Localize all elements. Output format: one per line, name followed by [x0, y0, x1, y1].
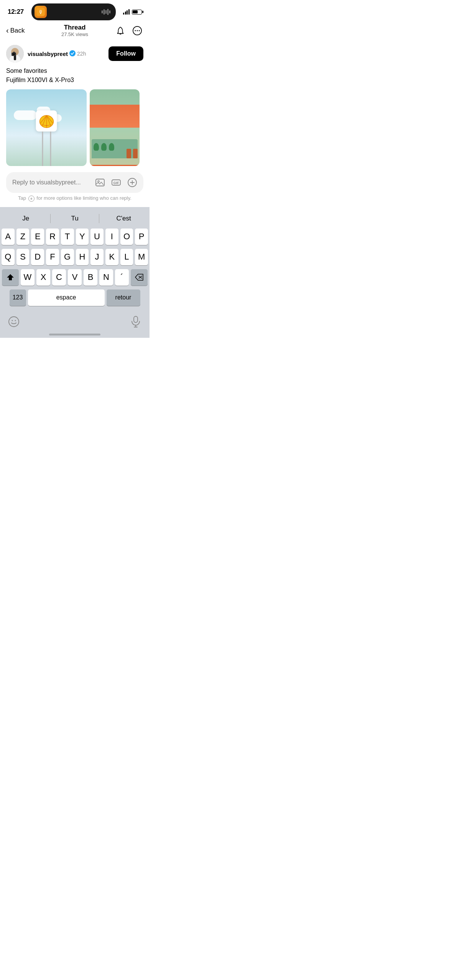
post-user: visualsbypreet 22h	[6, 45, 86, 62]
keyboard-bottom	[0, 311, 150, 331]
image-card-2[interactable]	[90, 89, 140, 166]
key-B[interactable]: B	[84, 269, 97, 286]
nav-right	[113, 25, 143, 37]
key-H[interactable]: H	[76, 249, 89, 265]
key-D[interactable]: D	[31, 249, 44, 265]
key-R[interactable]: R	[46, 229, 59, 245]
verified-badge	[69, 50, 76, 58]
key-J[interactable]: J	[90, 249, 104, 265]
delete-key[interactable]	[131, 269, 148, 286]
autocorrect-word-0[interactable]: Je	[2, 210, 50, 227]
svg-rect-34	[134, 316, 138, 322]
svg-text:🎙: 🎙	[38, 9, 43, 15]
signal-icon	[123, 9, 130, 15]
svg-point-13	[69, 50, 76, 56]
key-row-2: Q S D F G H J K L M	[2, 249, 148, 265]
nav-subtitle: 27.5K views	[37, 31, 113, 37]
key-row-1: A Z E R T Y U I O P	[2, 229, 148, 245]
reply-input[interactable]	[12, 178, 90, 187]
svg-point-32	[12, 320, 13, 321]
nav-title: Thread	[37, 24, 113, 31]
follow-button[interactable]: Follow	[108, 46, 143, 61]
key-K[interactable]: K	[105, 249, 118, 265]
svg-point-5	[139, 30, 140, 31]
shift-key[interactable]	[2, 269, 19, 286]
key-P[interactable]: P	[135, 229, 148, 245]
add-options-button[interactable]	[126, 176, 139, 189]
key-apostrophe[interactable]: ´	[115, 269, 129, 286]
autocorrect-bar: Je Tu C'est	[0, 210, 150, 227]
key-T[interactable]: T	[61, 229, 74, 245]
key-M[interactable]: M	[135, 249, 148, 265]
gif-button[interactable]: GIF	[110, 176, 123, 189]
sound-bars	[102, 9, 110, 15]
svg-point-31	[9, 317, 19, 327]
return-key[interactable]: retour	[107, 289, 140, 306]
key-rows: A Z E R T Y U I O P Q S D F G H J K L M	[0, 227, 150, 311]
key-Y[interactable]: Y	[76, 229, 89, 245]
user-info: visualsbypreet 22h	[28, 50, 86, 58]
username: visualsbypreet	[28, 51, 68, 57]
home-indicator	[0, 331, 150, 338]
status-time: 12:27	[8, 8, 24, 16]
key-Z[interactable]: Z	[16, 229, 30, 245]
key-X[interactable]: X	[36, 269, 50, 286]
svg-point-33	[15, 320, 16, 321]
key-U[interactable]: U	[90, 229, 104, 245]
podcast-icon: 🎙	[35, 6, 47, 18]
svg-marker-28	[7, 274, 14, 280]
post-container: visualsbypreet 22h Follow Some favorites…	[0, 40, 150, 169]
key-I[interactable]: I	[105, 229, 118, 245]
svg-point-3	[135, 30, 136, 31]
svg-text:GIF: GIF	[113, 181, 120, 185]
image-card-1[interactable]	[6, 89, 87, 166]
key-C[interactable]: C	[52, 269, 66, 286]
back-button[interactable]: ‹ Back	[6, 26, 37, 35]
image-attach-button[interactable]	[94, 176, 107, 189]
battery-icon	[132, 10, 142, 15]
nav-bar: ‹ Back Thread 27.5K views	[0, 21, 150, 40]
key-G[interactable]: G	[61, 249, 74, 265]
key-F[interactable]: F	[46, 249, 59, 265]
svg-point-22	[98, 181, 99, 182]
key-S[interactable]: S	[16, 249, 30, 265]
key-O[interactable]: O	[120, 229, 133, 245]
key-A[interactable]: A	[2, 229, 15, 245]
autocorrect-word-2[interactable]: C'est	[99, 210, 148, 227]
key-N[interactable]: N	[99, 269, 113, 286]
keyboard-container: Je Tu C'est A Z E R T Y U I O P Q S D	[0, 207, 150, 338]
key-Q[interactable]: Q	[2, 249, 15, 265]
reply-bar[interactable]: GIF	[6, 172, 143, 193]
key-L[interactable]: L	[120, 249, 133, 265]
reply-hint: Tap + for more options like limiting who…	[6, 193, 143, 206]
numbers-key[interactable]: 123	[10, 289, 26, 306]
microphone-button[interactable]	[128, 314, 143, 329]
key-E[interactable]: E	[31, 229, 44, 245]
back-chevron-icon: ‹	[6, 26, 9, 35]
key-row-3: W X C V B N ´	[2, 269, 148, 286]
space-key[interactable]: espace	[28, 289, 105, 306]
autocorrect-word-1[interactable]: Tu	[51, 210, 99, 227]
back-label: Back	[10, 27, 25, 35]
post-line2: Fujifilm X100VI & X-Pro3	[6, 76, 143, 85]
post-text: Some favorites Fujifilm X100VI & X-Pro3	[6, 66, 143, 85]
key-W[interactable]: W	[21, 269, 35, 286]
reply-hint-suffix: for more options like limiting who can r…	[36, 195, 131, 201]
station-canopy	[90, 105, 140, 128]
post-time: 22h	[77, 51, 86, 57]
emoji-button[interactable]	[6, 314, 21, 329]
svg-rect-21	[96, 179, 104, 186]
now-playing-pill[interactable]: 🎙	[31, 3, 116, 20]
avatar[interactable]	[6, 45, 24, 62]
home-bar	[49, 334, 100, 335]
reply-actions: GIF	[94, 176, 139, 189]
reply-bar-container: GIF Tap + for more options like limiting…	[0, 169, 150, 207]
username-row: visualsbypreet 22h	[28, 50, 86, 58]
key-V[interactable]: V	[68, 269, 82, 286]
notification-button[interactable]	[114, 25, 127, 37]
post-line1: Some favorites	[6, 66, 143, 76]
status-right	[123, 9, 142, 15]
reply-hint-prefix: Tap	[18, 195, 28, 201]
svg-point-4	[137, 30, 138, 31]
more-options-button[interactable]	[131, 25, 143, 37]
